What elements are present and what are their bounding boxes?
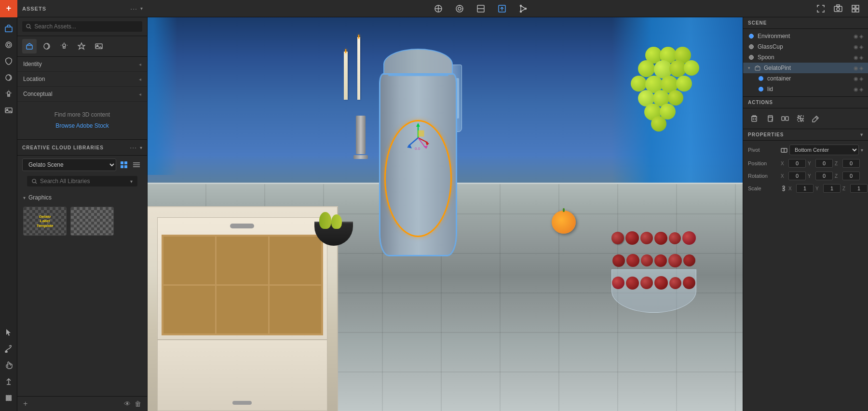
scene-item-gelatopint[interactable]: ▾ GelatoPint ◉ ◈ <box>743 63 868 73</box>
duplicate-action-button[interactable] <box>763 112 776 125</box>
scale-x-value[interactable]: 1 <box>796 184 814 193</box>
svg-line-46 <box>29 27 31 29</box>
red-grape <box>669 232 681 244</box>
grid-view-btn[interactable] <box>118 159 130 171</box>
lid-eye-icon[interactable]: ◉ <box>854 86 858 93</box>
grid-tool-button[interactable] <box>1 391 16 405</box>
gelato-pint-object[interactable]: 0.0 <box>380 49 457 256</box>
cc-header-actions: ··· ▾ <box>130 144 142 151</box>
tab-images[interactable] <box>92 39 106 53</box>
pivot-chevron-icon[interactable]: ▾ <box>861 147 863 153</box>
lid-lock-icon[interactable]: ◈ <box>859 86 863 93</box>
scale-z-value[interactable]: 1 <box>850 184 868 193</box>
category-location[interactable]: Location ◂ <box>17 72 147 87</box>
red-grapes-bowl <box>601 226 707 313</box>
orbit-tool-button[interactable] <box>474 2 488 15</box>
glasscup-eye-icon[interactable]: ◉ <box>854 44 858 50</box>
scene-item-spoon[interactable]: Spoon ◉ ◈ <box>743 52 868 63</box>
spoon-lock-icon[interactable]: ◈ <box>859 54 863 61</box>
browse-stock-link[interactable]: Browse Adobe Stock <box>55 122 109 129</box>
environment-eye-icon[interactable]: ◉ <box>854 33 858 40</box>
images-icon-button[interactable] <box>1 103 16 118</box>
container-lock-icon[interactable]: ◈ <box>859 76 863 82</box>
rotation-y-value[interactable]: 0 <box>815 172 833 180</box>
scale-y-value[interactable]: 1 <box>823 184 841 193</box>
library-select[interactable]: Gelato Scene <box>22 159 116 171</box>
environment-lock-icon[interactable]: ◈ <box>859 33 863 40</box>
rotation-z-value[interactable]: 0 <box>842 172 860 180</box>
scene-item-container[interactable]: container ◉ ◈ <box>743 73 868 84</box>
group-action-button[interactable] <box>779 112 791 125</box>
glasscup-lock-icon[interactable]: ◈ <box>859 44 863 50</box>
hand-tool-button[interactable] <box>1 358 16 372</box>
graphic-item-2[interactable] <box>70 207 114 236</box>
pivot-select[interactable]: Bottom Center <box>789 145 859 155</box>
properties-expand-icon[interactable]: ▾ <box>860 132 863 137</box>
search-lib-expand[interactable]: ▾ <box>130 179 133 184</box>
edit-action-button[interactable] <box>810 112 822 125</box>
place-tool-button[interactable] <box>495 2 509 15</box>
gelato-body: 0.0 <box>380 74 457 256</box>
rotation-label: Rotation <box>748 173 777 179</box>
svg-rect-57 <box>124 161 127 164</box>
pull-tool-button[interactable] <box>1 374 16 389</box>
graphics-section-header[interactable]: ▾ Graphics <box>17 190 147 205</box>
search-libraries-input[interactable] <box>40 178 127 185</box>
tab-3d-objects[interactable] <box>22 39 37 53</box>
container-eye-icon[interactable]: ◉ <box>854 76 858 82</box>
render-tool-button[interactable] <box>516 2 530 15</box>
scene-item-glasscup[interactable]: GlassCup ◉ ◈ <box>743 41 868 52</box>
scene-item-environment[interactable]: Environment ◉ ◈ <box>743 31 868 41</box>
shapes-icon-button[interactable] <box>1 54 16 68</box>
paint-tool-button[interactable] <box>1 342 16 356</box>
gelatopint-eye-icon[interactable]: ◉ <box>854 65 858 71</box>
properties-body: Pivot Bottom Center ▾ Position X <box>743 141 868 197</box>
tab-lights[interactable] <box>57 39 71 53</box>
grape <box>684 60 699 76</box>
search-assets-input-wrap[interactable] <box>22 21 142 32</box>
gelatopint-lock-icon[interactable]: ◈ <box>859 65 863 71</box>
bottom-eye-button[interactable]: 👁 <box>124 400 131 408</box>
position-x-value[interactable]: 0 <box>788 159 806 168</box>
add-library-button[interactable]: + <box>23 399 27 408</box>
pos-y-label: Y <box>808 161 814 166</box>
assets-icon-button[interactable] <box>1 21 16 36</box>
cc-options-icon[interactable]: ··· <box>130 144 137 151</box>
cabinet-area <box>148 206 338 411</box>
spoon-eye-icon[interactable]: ◉ <box>854 54 858 61</box>
viewport[interactable]: 0.0 <box>148 17 743 411</box>
rotation-x-value[interactable]: 0 <box>788 172 806 180</box>
category-conceptual[interactable]: Conceptual ◂ <box>17 87 147 102</box>
search-libraries-input-wrap[interactable]: ▾ <box>27 176 137 186</box>
lower-cabinet <box>157 340 328 411</box>
grid-view-button[interactable] <box>849 2 862 15</box>
position-y-value[interactable]: 0 <box>815 159 833 168</box>
ungroup-action-button[interactable] <box>794 112 807 125</box>
tab-materials[interactable] <box>40 39 54 53</box>
camera-button[interactable] <box>831 2 845 15</box>
assets-options-icon[interactable]: ··· <box>130 5 137 13</box>
scale-link-icon[interactable] <box>781 186 787 191</box>
category-identity[interactable]: Identity ◂ <box>17 57 147 72</box>
delete-action-button[interactable] <box>748 112 760 125</box>
tab-filters[interactable] <box>74 39 89 53</box>
search-assets-input[interactable] <box>34 23 138 30</box>
magic-wand-button[interactable] <box>453 2 466 15</box>
assets-chevron-icon[interactable]: ▾ <box>140 6 143 11</box>
materials-icon-button[interactable] <box>1 70 16 85</box>
cc-section-title: CREATIVE CLOUD LIBRARIES <box>22 145 104 150</box>
fullscreen-button[interactable] <box>814 2 827 15</box>
drawer-handle <box>230 224 254 228</box>
position-z-value[interactable]: 0 <box>842 159 860 168</box>
svg-rect-20 <box>852 9 855 12</box>
select-tool-button[interactable] <box>432 2 445 15</box>
cc-chevron-icon[interactable]: ▾ <box>140 145 142 150</box>
bottom-trash-button[interactable]: 🗑 <box>135 400 141 408</box>
gelatopint-expand-icon[interactable]: ▾ <box>748 66 750 70</box>
layers-icon-button[interactable] <box>1 38 16 52</box>
scene-item-lid[interactable]: lid ◉ ◈ <box>743 84 868 94</box>
graphic-item-1[interactable]: GelatoLabelTemplate <box>23 207 67 236</box>
cursor-tool-button[interactable] <box>1 325 16 340</box>
list-view-btn[interactable] <box>131 159 142 171</box>
lights-icon-button[interactable] <box>1 87 16 101</box>
